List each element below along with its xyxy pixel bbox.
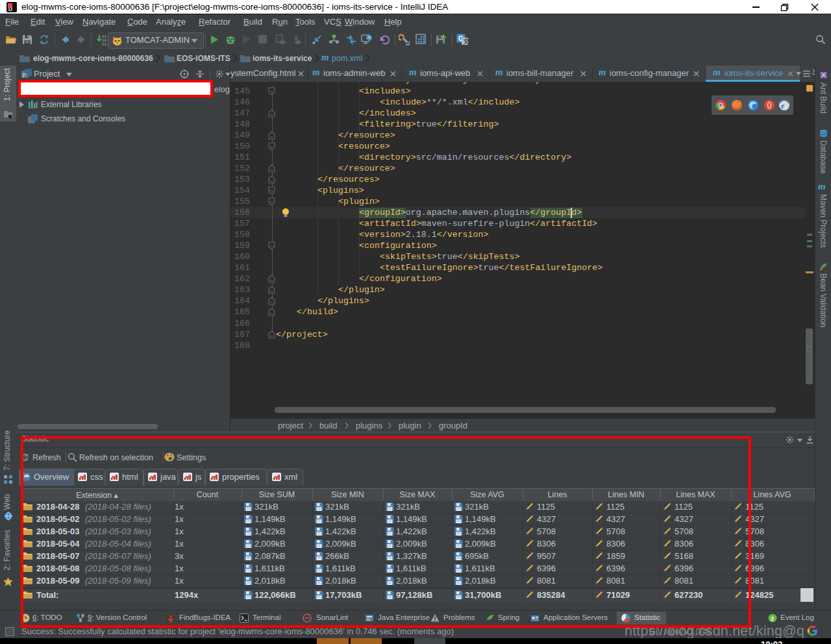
svg-text:P: P (23, 72, 27, 79)
svg-text:IJ: IJ (8, 7, 12, 12)
svg-text:e: e (781, 101, 785, 110)
svg-text:文: 文 (463, 38, 469, 45)
svg-text:01: 01 (102, 42, 107, 45)
svg-text:2: 2 (771, 615, 774, 622)
